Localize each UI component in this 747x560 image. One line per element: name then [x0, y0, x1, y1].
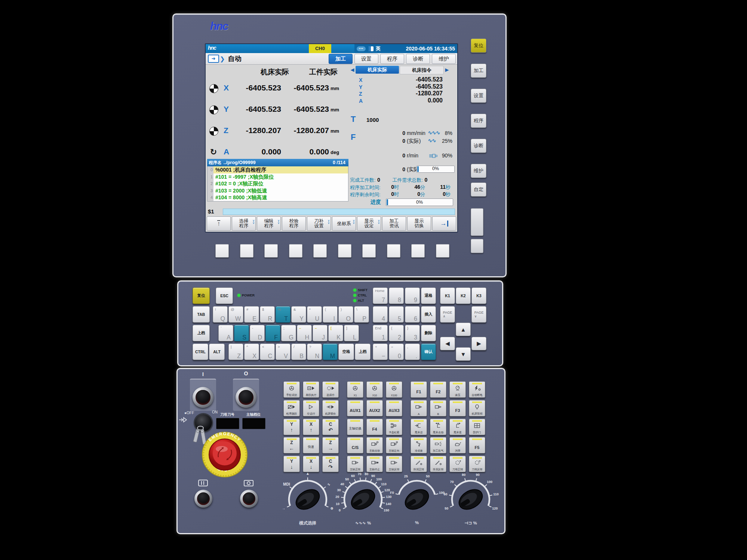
blank-key[interactable] — [215, 244, 229, 258]
key-0[interactable]: =0 — [389, 344, 404, 360]
key-R[interactable]: $R — [260, 306, 275, 323]
blank-key[interactable] — [436, 244, 449, 258]
machine-key-程序跳段[interactable]: 程序跳段 — [283, 400, 300, 416]
softkey-加工资讯[interactable]: 加工资讯 — [382, 216, 406, 231]
key-space[interactable]: 空格 — [338, 344, 354, 360]
language-icon[interactable] — [369, 46, 374, 51]
key-E[interactable]: #E — [244, 306, 259, 323]
key-k2[interactable]: K2 — [456, 287, 471, 304]
machine-key-尾座退[interactable]: 尾座退 — [449, 419, 466, 435]
key-插入[interactable]: 插入 — [421, 306, 436, 323]
key-8[interactable]: 8 — [389, 287, 404, 304]
key-9[interactable]: 9 — [405, 287, 420, 304]
key-N[interactable]: ?N — [307, 344, 322, 360]
key-shift-left[interactable]: 上档 — [193, 325, 210, 341]
key-S[interactable]: 'S — [234, 325, 249, 341]
key-k3[interactable]: K3 — [471, 287, 486, 304]
blank-key[interactable] — [264, 244, 278, 258]
bezel-slot-key-2[interactable] — [471, 239, 483, 253]
softkey-坐标系[interactable]: 坐标系∨∨ — [332, 216, 356, 231]
blank-key[interactable] — [338, 244, 351, 258]
blank-key[interactable] — [313, 244, 327, 258]
bezel-button-加工[interactable]: 加工 — [471, 64, 486, 78]
machine-key-Z←[interactable]: Z← — [283, 437, 300, 453]
key-6[interactable]: 6 — [405, 306, 420, 323]
machine-key-选择停[interactable]: 选择停 — [322, 381, 339, 398]
key-D[interactable]: -D — [250, 325, 265, 341]
key-Q[interactable]: !Q — [213, 306, 228, 323]
machine-key-机床锁住[interactable]: 机床锁住 — [322, 400, 339, 416]
machine-key-C↶[interactable]: C↶ — [322, 419, 339, 435]
key-arrow-up[interactable]: ▲ — [456, 323, 471, 336]
blank-key[interactable] — [411, 244, 425, 258]
tab-诊断[interactable]: 诊断 — [406, 54, 430, 64]
machine-key-AUX1[interactable]: AUX1 — [347, 400, 363, 416]
key-page-up[interactable]: PAGE∧ — [440, 306, 455, 323]
knob-spindle-override[interactable]: 5060708090100110120 — [439, 470, 502, 517]
softkey-top[interactable]: ↑ — [207, 216, 231, 231]
key-B[interactable]: /B — [291, 344, 306, 360]
key-H[interactable]: –H — [297, 325, 312, 341]
tab-设置[interactable]: 设置 — [354, 54, 378, 64]
bezel-button-复位[interactable]: 复位 — [471, 39, 486, 53]
key-5[interactable]: 5 — [389, 306, 404, 323]
key-.[interactable]: ,. — [405, 344, 420, 360]
machine-key-防护门[interactable]: 防护门 — [469, 419, 485, 435]
key-arrow-right[interactable]: ▶ — [471, 337, 486, 350]
machine-key-冷却液[interactable]: 冷却液 — [411, 437, 427, 453]
power-on-button[interactable] — [193, 387, 213, 408]
key-alt[interactable]: ALT — [209, 344, 225, 360]
key-V[interactable]: >V — [276, 344, 290, 360]
machine-key-加工吹气[interactable]: 加工吹气 — [430, 437, 446, 453]
rpanel-next-icon[interactable]: ▶ — [445, 66, 449, 74]
machine-key-C/S[interactable]: C/S — [347, 437, 363, 453]
machine-key-AUX2[interactable]: AUX2 — [366, 400, 383, 416]
bezel-button-设置[interactable]: 设置 — [471, 89, 486, 103]
machine-key-F4[interactable]: F4 — [366, 419, 383, 435]
key-Z[interactable]: |Z — [228, 344, 243, 360]
blank-key[interactable] — [362, 244, 376, 258]
key-arrow-left[interactable]: ◀ — [440, 337, 455, 350]
softkey-显示设定[interactable]: 显示设定∨∨ — [357, 216, 381, 231]
key-K[interactable]: [K — [328, 325, 343, 341]
key-7[interactable]: Home7 — [373, 287, 388, 304]
blank-key[interactable] — [289, 244, 302, 258]
key-M[interactable]: M — [323, 344, 338, 360]
machine-key-润滑[interactable]: 润滑 — [449, 437, 466, 453]
machine-key-空运行[interactable]: 空运行 — [303, 400, 319, 416]
machine-key-X↑[interactable]: X↑ — [303, 419, 319, 435]
key-shift-right[interactable]: 上档 — [355, 344, 371, 360]
bezel-button-程序[interactable]: 程序 — [471, 114, 486, 128]
key-删除[interactable]: 删除 — [421, 325, 436, 341]
menu-dots-icon[interactable]: ••• — [357, 46, 366, 51]
key-2[interactable]: {2 — [389, 325, 404, 341]
tab-程序[interactable]: 程序 — [380, 54, 404, 64]
key-T[interactable]: %T — [276, 306, 290, 323]
rpanel-tab-machine-actual[interactable]: 机床实际 — [356, 66, 399, 74]
key-k1[interactable]: K1 — [440, 287, 455, 304]
machine-key-A[interactable]: A — [411, 400, 427, 416]
key-3[interactable]: }3 — [405, 325, 420, 341]
softkey-显示切换[interactable]: 显示切换 — [407, 216, 431, 231]
machine-key-手轮试切[interactable]: 手轮试切 — [283, 381, 300, 398]
key-Y[interactable]: &Y — [291, 306, 306, 323]
machine-key-Z→[interactable]: Z→ — [322, 437, 339, 453]
key-page-down[interactable]: PAGE∨ — [471, 306, 486, 323]
machine-key-主轴点动[interactable]: 主轴点动 — [366, 437, 383, 453]
softkey-校验程序[interactable]: 校验程序 — [282, 216, 306, 231]
bezel-button-诊断[interactable]: 诊断 — [471, 139, 486, 153]
power-off-button[interactable] — [236, 387, 256, 408]
machine-key-尾座进[interactable]: 尾座进 — [411, 419, 427, 435]
machine-key-机床照明[interactable]: 机床照明 — [469, 400, 485, 416]
machine-key-单段执行[interactable]: 单段执行 — [303, 381, 319, 398]
key-ctrl[interactable]: CTRL — [193, 344, 208, 360]
key-A[interactable]: `A — [218, 325, 233, 341]
machine-key-卡盘松紧[interactable]: 卡盘松紧 — [386, 419, 402, 435]
tab-加工[interactable]: 加工 — [329, 54, 353, 64]
bezel-button-自定[interactable]: 自定 — [471, 182, 486, 197]
machine-key-主轴切换[interactable]: 主轴切换 — [347, 419, 363, 435]
machine-key-快速[interactable]: 快速 — [303, 437, 319, 453]
key-X[interactable]: ^X — [244, 344, 259, 360]
key-J[interactable]: –J — [313, 325, 328, 341]
machine-key-自动断电[interactable]: 自动断电 — [469, 381, 485, 398]
